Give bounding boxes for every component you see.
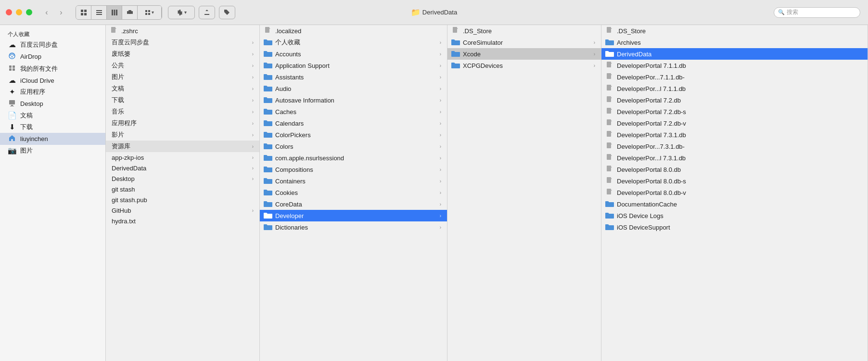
list-item[interactable]: Audio › <box>260 83 447 94</box>
list-item[interactable]: DeveloperPortal 8.0.db-v <box>601 187 868 198</box>
list-item[interactable]: DeveloperPortal 7.3.1.db <box>601 129 868 141</box>
view-list-button[interactable] <box>91 6 107 19</box>
close-button[interactable] <box>6 9 12 15</box>
list-item[interactable]: DeveloperPor...l 7.1.1.db <box>601 83 868 94</box>
window-controls <box>6 9 32 15</box>
list-item[interactable]: DeveloperPortal 7.1.1.db <box>601 60 868 71</box>
list-item[interactable]: git stash <box>106 184 259 194</box>
list-item[interactable]: Containers › <box>260 175 447 187</box>
forward-button[interactable]: › <box>54 7 68 18</box>
list-item[interactable]: CoreSimulator › <box>447 37 601 48</box>
list-item[interactable]: CoreData › <box>260 198 447 210</box>
list-item[interactable]: hydra.txt <box>106 216 259 226</box>
list-item[interactable]: DeveloperPortal 8.0.db <box>601 164 868 175</box>
list-item[interactable]: Archives <box>601 37 868 48</box>
sidebar-item-icloud[interactable]: ☁ iCloud Drive <box>0 75 105 86</box>
svg-rect-3 <box>84 13 87 15</box>
svg-rect-12 <box>131 11 133 14</box>
minimize-button[interactable] <box>16 9 22 15</box>
view-group-button[interactable]: ▾ <box>138 6 162 19</box>
list-item[interactable]: 音乐 › <box>106 106 259 117</box>
sidebar-item-airdrop[interactable]: AirDrop <box>0 51 105 63</box>
list-item[interactable]: Compositions › <box>260 164 447 175</box>
list-item[interactable]: 个人收藏 › <box>260 37 447 48</box>
column-4-scroll[interactable]: .DS_Store Archives DerivedData D <box>601 25 868 361</box>
list-item[interactable]: 文稿 › <box>106 83 259 94</box>
list-item[interactable]: DeveloperPor...l 7.3.1.db <box>601 152 868 164</box>
file-name: DeveloperPortal 7.1.1.db <box>617 62 862 69</box>
folder-icon <box>264 165 272 174</box>
view-icon-button[interactable] <box>76 6 91 19</box>
list-item[interactable]: iOS DeviceSupport <box>601 221 868 233</box>
list-item[interactable]: Assistants › <box>260 71 447 83</box>
list-item[interactable]: .localized <box>260 25 447 37</box>
list-item-deriveddata[interactable]: DerivedData <box>601 48 868 60</box>
view-column-button[interactable] <box>107 6 122 19</box>
tags-button[interactable] <box>219 6 235 19</box>
list-item[interactable]: 百度云同步盘 › <box>106 37 259 48</box>
sidebar-item-baidu[interactable]: ☁ 百度云同步盘 <box>0 39 105 51</box>
list-item[interactable]: Application Support › <box>260 60 447 71</box>
list-item[interactable]: DeveloperPortal 7.2.db <box>601 94 868 106</box>
list-item[interactable]: DeveloperPor...7.3.1.db- <box>601 141 868 152</box>
list-item[interactable]: DeveloperPortal 7.2.db-s <box>601 106 868 117</box>
gear-button[interactable]: ▾ <box>168 6 195 19</box>
list-item[interactable]: Accounts › <box>260 48 447 60</box>
list-item-developer[interactable]: Developer › <box>260 210 447 221</box>
maximize-button[interactable] <box>26 9 32 15</box>
svg-rect-0 <box>81 10 83 12</box>
back-button[interactable]: ‹ <box>40 7 53 18</box>
list-item-ziyuanku[interactable]: 资源库 › <box>106 141 259 152</box>
list-item[interactable]: 废纸篓 › <box>106 48 259 60</box>
file-name: iOS Device Logs <box>617 212 862 219</box>
folder-icon <box>264 107 272 116</box>
list-item[interactable]: git stash.pub <box>106 194 259 205</box>
list-item[interactable]: 应用程序 › <box>106 117 259 129</box>
list-item[interactable]: Caches › <box>260 106 447 117</box>
list-item-xcode[interactable]: Xcode › <box>447 48 601 60</box>
column-2-scroll[interactable]: .localized 个人收藏 › Accounts › <box>260 25 447 361</box>
list-item[interactable]: .DS_Store <box>447 25 601 37</box>
folder-icon <box>264 84 272 93</box>
list-item[interactable]: Cookies › <box>260 187 447 198</box>
sidebar-item-allfiles[interactable]: 我的所有文件 <box>0 63 105 75</box>
sidebar-item-label: liuyinchen <box>20 135 98 142</box>
column-3-scroll[interactable]: .DS_Store CoreSimulator › Xcode › <box>447 25 601 361</box>
share-button[interactable] <box>199 6 215 19</box>
list-item[interactable]: DocumentationCache <box>601 198 868 210</box>
list-item[interactable]: DeveloperPortal 8.0.db-s <box>601 175 868 187</box>
list-item[interactable]: Colors › <box>260 141 447 152</box>
file-icon <box>605 26 614 35</box>
list-item[interactable]: com.apple.nsurlsessiond › <box>260 152 447 164</box>
list-item[interactable]: iOS Device Logs <box>601 210 868 221</box>
list-item[interactable]: ColorPickers › <box>260 129 447 141</box>
sidebar-item-docs[interactable]: 📄 文稿 <box>0 110 105 121</box>
list-item[interactable]: DerivedData › <box>106 163 259 173</box>
list-item[interactable]: Desktop › <box>106 173 259 184</box>
list-item[interactable]: GitHub › <box>106 205 259 216</box>
list-item[interactable]: .DS_Store <box>601 25 868 37</box>
list-item[interactable]: Calendars › <box>260 117 447 129</box>
svg-rect-15 <box>145 13 147 15</box>
list-item[interactable]: 图片 › <box>106 71 259 83</box>
view-coverflow-button[interactable] <box>122 6 138 19</box>
list-item[interactable]: .zshrc <box>106 25 259 37</box>
chevron-icon: › <box>252 63 254 68</box>
list-item[interactable]: DeveloperPor...7.1.1.db- <box>601 71 868 83</box>
list-item[interactable]: 下载 › <box>106 94 259 106</box>
list-item[interactable]: Dictionaries › <box>260 221 447 233</box>
sidebar-item-desktop[interactable]: Desktop <box>0 98 105 110</box>
list-item[interactable]: 影片 › <box>106 129 259 141</box>
sidebar-item-label: 百度云同步盘 <box>20 40 98 49</box>
list-item[interactable]: app-zkp-ios › <box>106 152 259 163</box>
sidebar-item-downloads[interactable]: ⬇ 下载 <box>0 121 105 133</box>
list-item[interactable]: 公共 › <box>106 60 259 71</box>
list-item[interactable]: DeveloperPortal 7.2.db-v <box>601 117 868 129</box>
column-1-scroll[interactable]: .zshrc 百度云同步盘 › 废纸篓 › 公共 › 图片 › 文稿 › <box>106 25 259 361</box>
list-item[interactable]: XCPGDevices › <box>447 60 601 71</box>
sidebar-item-photos[interactable]: 📷 图片 <box>0 145 105 156</box>
sidebar-item-apps[interactable]: ✦ 应用程序 <box>0 86 105 98</box>
list-item[interactable]: Autosave Information › <box>260 94 447 106</box>
sidebar-item-home[interactable]: liuyinchen <box>0 133 105 145</box>
search-placeholder: 搜索 <box>787 8 798 16</box>
